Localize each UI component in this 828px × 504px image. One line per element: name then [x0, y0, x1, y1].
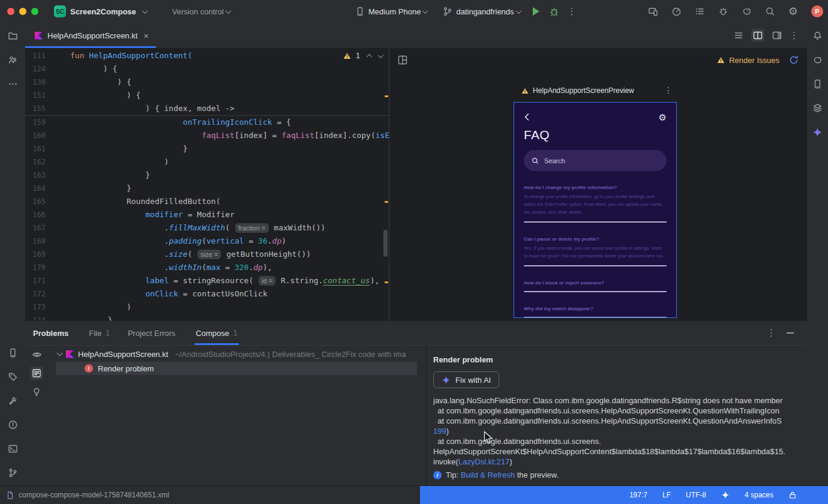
code-line[interactable]: 166 modifier = Modifier	[25, 208, 389, 221]
todo-list-icon[interactable]	[695, 7, 705, 16]
resource-manager-icon[interactable]	[812, 103, 823, 113]
editor-scrollbar[interactable]	[383, 230, 388, 257]
tab-project-errors[interactable]: Project Errors	[128, 321, 175, 345]
running-devices-tool-icon[interactable]	[8, 348, 18, 358]
panel-splitter[interactable]	[426, 345, 427, 486]
pull-requests-icon[interactable]	[8, 55, 18, 65]
panel-options-icon[interactable]: ⋮	[767, 328, 776, 338]
code-line[interactable]: 151 ) {	[25, 89, 389, 102]
code-line[interactable]: 159 onTrailingIconClick = {	[25, 116, 389, 129]
code-line[interactable]: 124 ) {	[25, 62, 389, 76]
tab-options-icon[interactable]: ⋮	[790, 30, 799, 41]
version-control-menu[interactable]: Version control	[172, 7, 230, 16]
settings-icon[interactable]: ⚙	[788, 6, 798, 17]
app-insights-icon[interactable]	[718, 7, 728, 16]
code-line[interactable]: 155 ) { index, model ->	[25, 102, 389, 116]
project-widget[interactable]: SC Screen2Compose	[54, 5, 147, 17]
statusbar-file-widget[interactable]: compose-compose-model-1758748140651.xml	[0, 491, 169, 500]
warning-stripe-mark[interactable]	[385, 95, 388, 97]
problems-file-row[interactable]: HelpAndSupportScreen.kt ~/AndroidStudioP…	[48, 346, 426, 362]
code-line[interactable]: 173 )	[25, 301, 389, 314]
warning-stripe-mark[interactable]	[385, 201, 388, 203]
warning-stripe-mark[interactable]	[385, 281, 388, 283]
previous-problem-icon[interactable]	[367, 53, 373, 59]
refresh-preview-icon[interactable]	[789, 55, 799, 65]
gradle-tool-icon[interactable]	[812, 55, 823, 65]
version-control-tool-icon[interactable]	[8, 468, 18, 478]
gemini-icon[interactable]	[812, 127, 823, 137]
expand-chevron-icon[interactable]	[57, 350, 63, 356]
tab-file[interactable]: File 1	[89, 321, 110, 345]
close-tab-icon[interactable]: ×	[143, 31, 149, 41]
device-manager-icon[interactable]	[812, 79, 823, 89]
code-line[interactable]: 111fun HelpAndSupportContent(	[25, 49, 389, 62]
preview-name-label[interactable]: HelpAndSupportScreenPreview	[521, 86, 634, 95]
code-line[interactable]: 169 .size( size = getButtonHeight())	[25, 248, 389, 261]
more-tool-windows-icon[interactable]	[8, 79, 18, 89]
code-line[interactable]: 168 .padding(vertical = 36.dp)	[25, 235, 389, 248]
editor-list-icon[interactable]	[734, 31, 743, 40]
profile-avatar[interactable]: P	[811, 5, 823, 17]
code-line[interactable]: 164 }	[25, 182, 389, 195]
editor-layout-icon[interactable]	[772, 31, 782, 40]
maximize-window-button[interactable]	[31, 8, 38, 15]
hide-panel-icon[interactable]	[787, 332, 794, 334]
code-line[interactable]: 165 RoundedFilledButton(	[25, 195, 389, 208]
code-line[interactable]: 160 faqList[index] = faqList[index].copy…	[25, 129, 389, 142]
quick-fix-bulb-icon[interactable]	[32, 387, 41, 397]
cursor-position[interactable]: 197:7	[629, 491, 647, 499]
run-toolbar: Medium Phone datingandfriends ⋮	[355, 0, 577, 23]
code-line[interactable]: 162 )	[25, 155, 389, 169]
line-ending[interactable]: LF	[662, 491, 671, 499]
code-line[interactable]: 172 onClick = contactUsOnClick	[25, 287, 389, 301]
lock-icon[interactable]	[788, 491, 797, 499]
gradle-icon[interactable]	[742, 7, 752, 16]
device-explorer-icon[interactable]	[8, 372, 18, 382]
stack-trace-link[interactable]: LazyDsl.kt:217	[458, 457, 509, 466]
minimize-window-button[interactable]	[19, 8, 26, 15]
terminal-icon[interactable]	[8, 444, 18, 454]
code-line[interactable]: 161 }	[25, 142, 389, 155]
stack-trace-link[interactable]: 199	[433, 427, 446, 436]
device-selector[interactable]: Medium Phone	[368, 7, 421, 16]
ai-sparkle-icon[interactable]	[721, 491, 730, 499]
next-problem-icon[interactable]	[378, 52, 384, 58]
profiler-icon[interactable]	[671, 7, 682, 16]
code-line[interactable]: 167 .fillMaxWidth( fraction = maxWidth()…	[25, 221, 389, 235]
notifications-icon[interactable]	[812, 31, 823, 41]
debug-button[interactable]	[549, 7, 559, 17]
code-line[interactable]: 171 label = stringResource( id = R.strin…	[25, 274, 389, 287]
editor-tab[interactable]: HelpAndSupportScreen.kt ×	[25, 23, 156, 48]
preview-toolbar: Render Issues	[389, 48, 807, 72]
branch-selector[interactable]: datingandfriends	[456, 7, 514, 16]
details-view-icon[interactable]	[30, 367, 43, 380]
preview-eye-icon[interactable]	[32, 350, 42, 359]
code-line[interactable]: 163 }	[25, 169, 389, 182]
render-issues-button[interactable]: Render Issues	[717, 56, 779, 65]
tab-compose[interactable]: Compose 1	[196, 321, 237, 345]
code-line[interactable]: 170 .widthIn(max = 320.dp),	[25, 261, 389, 274]
split-editor-icon[interactable]	[751, 29, 764, 42]
preview-layout-icon[interactable]	[398, 55, 407, 65]
faq-item: How do I block or report someone?	[524, 266, 667, 292]
running-devices-icon[interactable]	[648, 7, 658, 16]
search-icon[interactable]	[765, 7, 775, 16]
build-icon[interactable]	[8, 396, 18, 406]
code-editor[interactable]: 111fun HelpAndSupportContent(124 ) {130 …	[25, 48, 389, 321]
inspection-widget[interactable]: 1	[343, 52, 383, 60]
project-folder-icon[interactable]	[8, 31, 18, 41]
encoding[interactable]: UTF-8	[686, 491, 706, 499]
run-button[interactable]	[533, 7, 539, 16]
build-refresh-link[interactable]: Build & Refresh	[461, 470, 515, 479]
render-problem-row[interactable]: ! Render problem	[56, 362, 417, 375]
code-line[interactable]: 130 ) {	[25, 76, 389, 89]
preview-more-icon[interactable]: ⋮	[664, 85, 673, 95]
statusbar-file-name: compose-compose-model-1758748140651.xml	[19, 491, 169, 499]
problems-file-path: ~/AndroidStudioProjects/4.) Deliverables…	[175, 350, 406, 359]
phone-preview-frame[interactable]: ⚙ FAQ Search How do I change my profile …	[514, 102, 677, 318]
problems-tool-icon[interactable]	[8, 420, 18, 430]
more-actions-icon[interactable]: ⋮	[568, 6, 577, 17]
fix-with-ai-button[interactable]: Fix with AI	[433, 371, 499, 388]
close-window-button[interactable]	[7, 8, 14, 15]
indent-widget[interactable]: 4 spaces	[745, 491, 773, 499]
